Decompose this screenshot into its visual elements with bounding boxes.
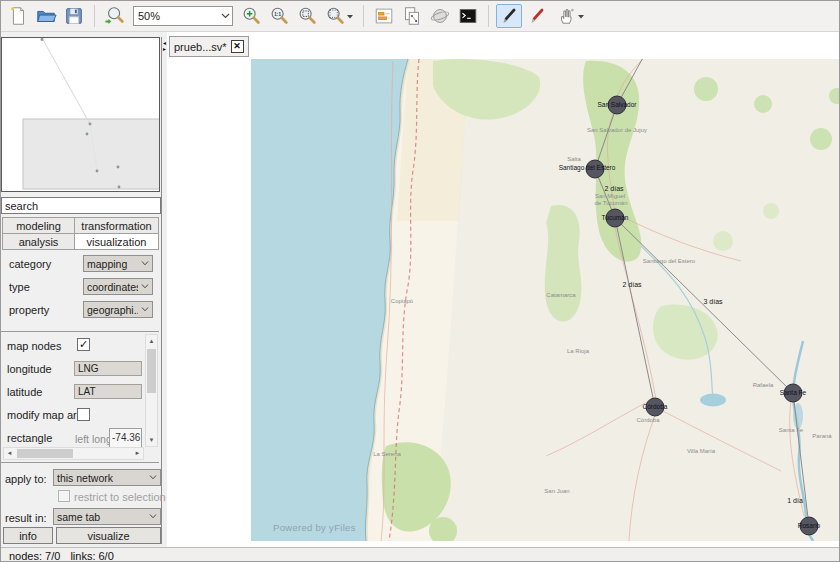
copy-graph-button[interactable] (399, 4, 425, 28)
map-place-label: San Miguel (595, 193, 625, 199)
edge-label: 2 días (622, 281, 642, 288)
rectangle-label: rectangle (7, 432, 52, 444)
console-button[interactable] (455, 4, 481, 28)
result-in-label: result in: (5, 512, 47, 524)
left-long-value[interactable]: -74.36 (109, 428, 142, 448)
restrict-to-selection-label: restrict to selection (74, 491, 166, 503)
new-document-button[interactable] (5, 4, 31, 28)
map-place-label: San Salvador de Jujuy (587, 127, 647, 133)
node-label: Tucumán (602, 214, 629, 221)
chevron-down-icon (138, 284, 152, 289)
pan-hand-button[interactable] (552, 4, 588, 28)
status-bar: nodes: 7/0 links: 6/0 (1, 547, 840, 562)
chevron-down-icon (218, 13, 232, 19)
scroll-left-icon[interactable]: ◄ (4, 448, 15, 460)
save-floppy-icon (63, 5, 85, 27)
map-terrain (251, 59, 840, 541)
latitude-field[interactable]: LAT (74, 384, 142, 399)
category-select[interactable]: mapping (83, 255, 153, 272)
map-place-label: Córdoba (636, 417, 660, 423)
application-window: 50% 1:1 (0, 0, 840, 562)
apply-to-select[interactable]: this network (53, 469, 161, 486)
edge-label: 3 días (703, 298, 723, 305)
close-tab-icon[interactable]: ✕ (231, 40, 244, 53)
map-nodes-checkbox[interactable]: ✓ (77, 338, 90, 351)
zoom-tool-button[interactable] (102, 4, 128, 28)
chevron-down-icon (146, 475, 160, 480)
console-icon (457, 5, 479, 27)
status-links: links: 6/0 (70, 550, 113, 562)
zoom-to-selection-button[interactable] (294, 4, 320, 28)
toolbar-separator (94, 5, 95, 27)
scroll-down-icon[interactable]: ▼ (146, 434, 157, 446)
map-place-label: San Juan (544, 488, 569, 494)
category-value: mapping (84, 258, 138, 270)
zoom-tool-icon (104, 5, 126, 27)
mapping-parameters: map nodes ✓ longitude LNG latitude LAT m… (1, 331, 159, 463)
dropdown-caret-icon (346, 6, 355, 26)
draw-black-pen-button[interactable] (496, 4, 522, 28)
horizontal-scrollbar[interactable]: ◄ ► (3, 447, 144, 460)
map-place-label: Santa Fe (779, 427, 804, 433)
restrict-to-selection-checkbox[interactable] (58, 490, 70, 502)
save-button[interactable] (61, 4, 87, 28)
map-nodes-label: map nodes (7, 340, 61, 352)
map-place-label: de Tucumán (594, 200, 627, 206)
tab-visualization[interactable]: visualization (74, 233, 159, 250)
tab-modeling[interactable]: modeling (2, 217, 75, 234)
left-long-label: left long (75, 433, 112, 445)
type-value: coordinates (84, 281, 138, 293)
scroll-up-icon[interactable]: ▲ (146, 335, 157, 347)
chevron-down-icon (138, 307, 152, 312)
zoom-in-button[interactable] (238, 4, 264, 28)
main-toolbar: 50% 1:1 (1, 1, 840, 32)
scrollbar-thumb[interactable] (17, 449, 73, 458)
result-in-select[interactable]: same tab (53, 508, 161, 525)
open-file-button[interactable] (33, 4, 59, 28)
document-canvas: prueb...sv* ✕ (167, 32, 840, 547)
properties-button[interactable] (371, 4, 397, 28)
document-tab[interactable]: prueb...sv* ✕ (169, 36, 249, 57)
search-input[interactable] (1, 197, 161, 214)
scroll-right-icon[interactable]: ► (132, 448, 143, 460)
type-select[interactable]: coordinates (83, 278, 153, 295)
vertical-scrollbar[interactable]: ▲ ▼ (145, 334, 158, 447)
property-label: property (9, 304, 49, 316)
status-nodes: nodes: 7/0 (9, 550, 60, 562)
new-document-icon (7, 5, 29, 27)
scrollbar-thumb[interactable] (147, 349, 156, 393)
zoom-actual-size-button[interactable]: 1:1 (266, 4, 292, 28)
black-pen-icon (498, 5, 520, 27)
dropdown-caret-icon (577, 6, 586, 26)
svg-text:1:1: 1:1 (274, 12, 281, 17)
chevron-down-icon (146, 514, 160, 519)
zoom-level-combo[interactable]: 50% (133, 6, 233, 26)
category-label: category (9, 258, 51, 270)
toolbar-separator (488, 5, 489, 27)
map-place-label: Villa María (687, 448, 716, 454)
visualize-button[interactable]: visualize (56, 527, 161, 544)
map-place-label: Salta (567, 156, 581, 162)
red-pen-icon (526, 5, 548, 27)
longitude-field[interactable]: LNG (74, 361, 142, 376)
fit-content-button[interactable] (322, 4, 356, 28)
map-view[interactable]: San Salvador de JujuySaltaSan Miguelde T… (251, 59, 840, 541)
globe-button[interactable] (427, 4, 453, 28)
overview-minimap[interactable] (1, 37, 160, 192)
node-label: Córdoba (643, 403, 668, 410)
result-in-value: same tab (54, 511, 146, 523)
modify-map-area-checkbox[interactable] (77, 408, 90, 421)
draw-red-pen-button[interactable] (524, 4, 550, 28)
info-button[interactable]: info (3, 527, 53, 544)
node-label: Santa Fe (780, 389, 807, 396)
properties-icon (373, 5, 395, 27)
node-label: San Salvador (597, 101, 637, 108)
tab-analysis[interactable]: analysis (2, 233, 75, 250)
property-value: geographi... (84, 304, 138, 316)
tab-transformation[interactable]: transformation (74, 217, 159, 234)
minimap-graph (2, 38, 159, 191)
powered-by-watermark: Powered by yFiles (273, 522, 356, 533)
property-select[interactable]: geographi... (83, 301, 153, 318)
node-label: Rosario (798, 522, 821, 529)
edge-label: 2 días (604, 185, 624, 192)
